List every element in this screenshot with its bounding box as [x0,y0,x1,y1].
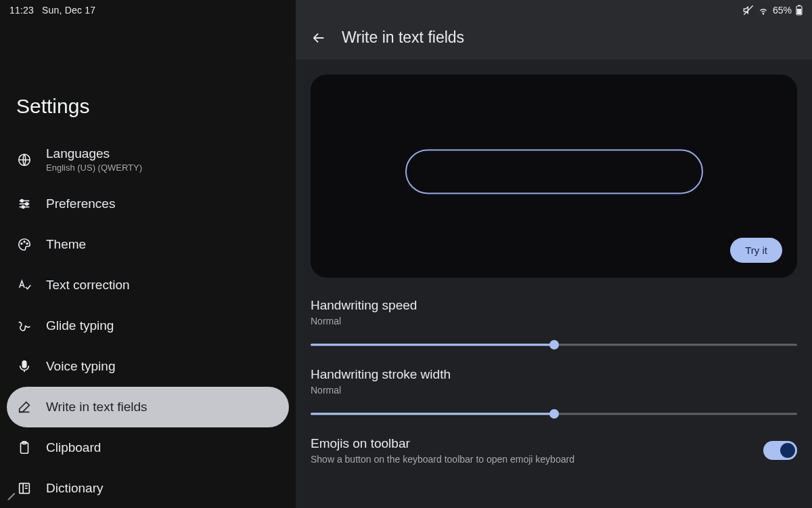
spellcheck-icon [16,277,32,293]
sidebar-item-label: Voice typing [46,359,115,374]
svg-point-10 [26,203,28,205]
sidebar-item-label: Text correction [46,278,130,293]
setting-value: Normal [311,316,797,326]
mic-icon [16,358,32,375]
sidebar-item-voice-typing[interactable]: Voice typing [0,346,296,387]
sidebar-item-theme[interactable]: Theme [0,224,296,265]
battery-icon [796,5,803,16]
sidebar-item-label: Glide typing [46,318,114,333]
setting-title: Emojis on toolbar [311,436,750,451]
setting-emoji-toolbar[interactable]: Emojis on toolbar Show a button on the k… [311,436,797,465]
wifi-icon [758,5,769,16]
handwriting-preview-card: Try it [311,75,797,278]
svg-rect-3 [798,5,800,7]
sidebar-item-glide-typing[interactable]: Glide typing [0,305,296,346]
palette-icon [16,236,32,253]
sidebar-item-languages[interactable]: Languages English (US) (QWERTY) [0,135,296,184]
tune-icon [16,196,32,212]
svg-point-1 [763,14,763,14]
svg-point-12 [21,243,22,245]
battery-percent: 65% [773,5,792,16]
setting-handwriting-speed[interactable]: Handwriting speed Normal [311,298,797,350]
sidebar-item-clipboard[interactable]: Clipboard [0,427,296,468]
svg-rect-15 [22,361,26,368]
edit-icon [16,399,32,415]
sidebar-item-label: Theme [46,237,86,252]
setting-title: Handwriting stroke width [311,367,797,382]
sidebar-item-text-correction[interactable]: Text correction [0,265,296,305]
mute-icon [743,5,754,16]
setting-title: Handwriting speed [311,298,797,313]
status-bar: 11:23 Sun, Dec 17 65% [0,0,812,20]
detail-pane: Write in text fields Try it Handwriting … [296,0,812,508]
sidebar-item-label: Write in text fields [46,400,148,415]
sidebar-item-label: Clipboard [46,440,101,455]
sidebar-list: Languages English (US) (QWERTY) Preferen… [0,135,296,508]
sidebar-item-write-in-text-fields[interactable]: Write in text fields [7,387,289,427]
status-time: 11:23 [9,5,34,16]
sidebar-item-label: Preferences [46,196,115,211]
detail-title: Write in text fields [342,28,464,47]
stroke-slider[interactable] [311,409,797,419]
sidebar-item-label: Languages [46,146,142,161]
speed-slider[interactable] [311,340,797,350]
clipboard-icon [16,440,32,456]
svg-point-11 [22,206,24,209]
sidebar-item-label: Dictionary [46,481,103,496]
sidebar-item-dictionary[interactable]: Dictionary [0,468,296,508]
try-it-button[interactable]: Try it [730,238,782,263]
svg-point-14 [26,243,28,245]
setting-value: Normal [311,385,797,396]
setting-stroke-width[interactable]: Handwriting stroke width Normal [311,367,797,419]
svg-point-9 [21,200,24,203]
globe-icon [16,152,32,168]
setting-sub: Show a button on the keyboard toolbar to… [311,454,750,465]
handwriting-input-field[interactable] [405,149,703,194]
back-button[interactable] [311,30,327,46]
status-date: Sun, Dec 17 [42,5,95,16]
emoji-toggle[interactable] [763,441,797,460]
toggle-knob [780,443,795,458]
svg-rect-4 [797,9,801,14]
settings-sidebar: Settings Languages English (US) (QWERTY)… [0,0,296,508]
sidebar-item-sublabel: English (US) (QWERTY) [46,163,142,173]
page-title: Settings [0,23,296,135]
gesture-icon [16,318,32,334]
svg-point-13 [24,241,25,242]
stylus-indicator-icon [3,486,22,505]
sidebar-item-preferences[interactable]: Preferences [0,184,296,224]
